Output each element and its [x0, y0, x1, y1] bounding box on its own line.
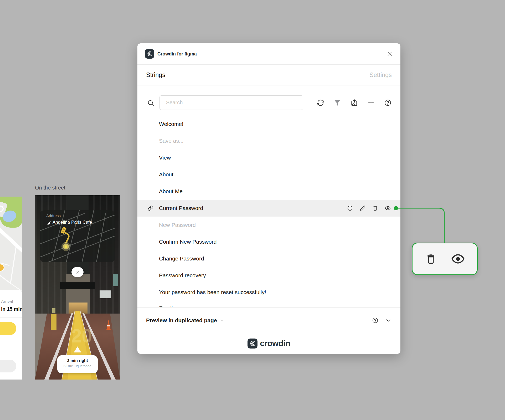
close-icon [386, 50, 393, 57]
list-item[interactable]: Change Password [137, 250, 400, 267]
plugin-header: Crowdin for figma [137, 43, 400, 65]
map-frame: Arrival in 15 min [0, 197, 22, 380]
delete-button[interactable] [372, 205, 378, 211]
close-icon [76, 270, 80, 274]
crowdin-logo-icon [248, 339, 257, 349]
eye-icon [385, 205, 391, 211]
eye-icon [451, 252, 465, 266]
string-label: View [159, 155, 171, 161]
arrival-card: Arrival in 15 min [0, 290, 22, 380]
export-image-button[interactable] [350, 99, 358, 107]
string-label: New Password [159, 222, 196, 228]
address-map-card: Address Angelina Paris Cafe [40, 210, 115, 262]
info-button[interactable] [347, 205, 353, 211]
trash-icon [425, 253, 437, 265]
figma-canvas: Arrival in 15 min On the street [0, 0, 505, 420]
chevron-down-icon [220, 318, 224, 322]
list-item[interactable]: About Me [137, 183, 400, 200]
help-icon [384, 99, 391, 106]
list-item[interactable]: Save as... [137, 132, 400, 149]
street-frame: 20 Address [35, 195, 120, 380]
search-icon [147, 99, 154, 107]
row-actions [347, 200, 391, 217]
list-item[interactable]: View [137, 149, 400, 166]
list-item[interactable]: Password recovery [137, 267, 400, 284]
collapse-panel-button[interactable] [385, 317, 392, 324]
plugin-tabs: Strings Settings [137, 65, 400, 85]
crowdin-brand: crowdin [137, 333, 400, 354]
list-item[interactable]: Confirm New Password [137, 233, 400, 250]
preview-label: Preview in duplicated page [146, 317, 217, 324]
pencil-icon [360, 205, 365, 211]
crowdin-wordmark: crowdin [260, 339, 290, 348]
destination-marker-dot [65, 245, 67, 248]
minimap-grid [40, 210, 115, 262]
list-item[interactable]: Welcome! [137, 116, 400, 132]
filter-icon [334, 99, 341, 106]
string-label: Change Password [159, 255, 204, 262]
frame-title[interactable]: On the street [35, 185, 65, 191]
crowdin-logo-icon [145, 49, 154, 59]
string-actions-popup [412, 243, 478, 275]
preview-button[interactable] [451, 252, 465, 266]
trash-icon [372, 205, 378, 211]
navigation-arrow-icon [47, 221, 51, 226]
divider [0, 342, 22, 342]
route-line [65, 233, 69, 243]
strings-list: Welcome! Save as... View About... About … [137, 116, 400, 307]
tab-settings[interactable]: Settings [369, 65, 392, 85]
ar-distance-number: 20 [71, 325, 92, 346]
list-item[interactable]: New Password [137, 217, 400, 233]
list-item[interactable]: About... [137, 166, 400, 183]
address-value: Angelina Paris Cafe [53, 220, 92, 225]
add-string-button[interactable] [367, 99, 375, 107]
list-item[interactable]: Email [137, 301, 400, 307]
direction-card: 2 min right 6 Rue Tiquetonne [57, 355, 98, 373]
string-label: Confirm New Password [159, 239, 217, 245]
chevron-down-icon [385, 317, 392, 324]
sync-button[interactable] [316, 99, 325, 107]
plus-icon [367, 99, 375, 107]
delete-button[interactable] [425, 253, 437, 265]
search-input[interactable] [159, 95, 303, 110]
string-label: About... [159, 171, 178, 178]
secondary-action-button[interactable] [0, 360, 16, 372]
export-image-icon [351, 99, 358, 106]
direction-subtitle: 6 Rue Tiquetonne [57, 364, 98, 368]
tab-strings[interactable]: Strings [146, 65, 165, 85]
arrival-label: Arrival [1, 299, 13, 304]
plugin-footer: Preview in duplicated page [137, 307, 400, 333]
footer-help-button[interactable] [372, 317, 378, 324]
string-label: Your password has been reset successfull… [159, 289, 266, 295]
arrival-time: in 15 min [1, 306, 22, 312]
primary-action-button[interactable] [0, 322, 16, 335]
preview-toggle[interactable]: Preview in duplicated page [146, 308, 224, 333]
list-item[interactable]: Current Password [137, 200, 400, 217]
preview-button[interactable] [385, 205, 391, 211]
link-icon [148, 205, 153, 211]
traffic-cone [106, 320, 111, 330]
list-item[interactable]: Your password has been reset successfull… [137, 284, 400, 301]
string-label: Email [159, 305, 173, 307]
string-label: Current Password [159, 205, 203, 211]
plugin-title: Crowdin for figma [157, 43, 197, 65]
filter-button[interactable] [333, 99, 342, 107]
sync-icon [317, 99, 324, 106]
close-plugin-button[interactable] [385, 49, 394, 58]
direction-title: 2 min right [57, 358, 98, 363]
close-ar-button[interactable] [71, 267, 84, 277]
help-icon [372, 317, 378, 324]
string-label: Password recovery [159, 272, 206, 279]
divider [0, 317, 22, 318]
traffic-cone-band [107, 325, 110, 326]
help-button[interactable] [384, 99, 392, 107]
string-label: Save as... [159, 138, 183, 144]
edit-button[interactable] [360, 205, 365, 211]
info-icon [347, 205, 353, 211]
crowdin-plugin-window: Crowdin for figma Strings Settings [137, 43, 400, 354]
string-label: Welcome! [159, 121, 183, 127]
string-label: About Me [159, 188, 183, 194]
address-label: Address [46, 213, 61, 218]
